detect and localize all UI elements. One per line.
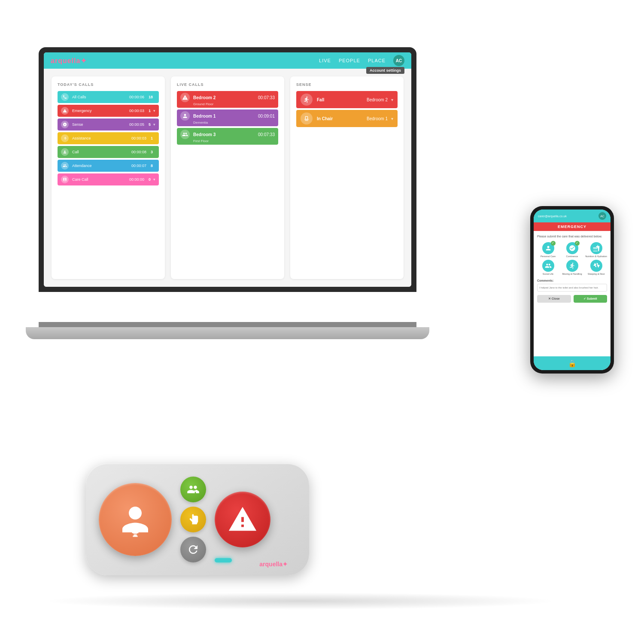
- care-item-social[interactable]: Social Life: [537, 260, 559, 276]
- sense-icon: [61, 121, 69, 128]
- phone-avatar: AC: [598, 212, 606, 220]
- live-call-bedroom2[interactable]: Bedroom 2 00:07:33 Ground Floor: [177, 91, 278, 108]
- device-logo-text: arquella: [259, 561, 283, 568]
- emergency-chevron: ▾: [153, 109, 155, 113]
- attendance-time: 00:00:07: [131, 164, 146, 168]
- phone-comments-label: Comments:: [537, 279, 607, 282]
- fall-label: Fall: [317, 97, 367, 102]
- personal-care-icon: [542, 242, 554, 254]
- inchair-label: In Chair: [317, 116, 367, 121]
- phone-care-grid: Personal Care Continence Nutrition & Hyd…: [537, 242, 607, 276]
- assistance-icon: [61, 134, 69, 142]
- mobile-phone: carer@arquella.co.uk AC EMERGENCY Please…: [530, 206, 614, 374]
- reset-icon: [187, 543, 200, 556]
- sense-chevron: ▾: [153, 122, 155, 127]
- assistance-time: 00:00:03: [131, 136, 146, 140]
- inchair-chevron: ▾: [391, 116, 393, 121]
- sense-label: Sense: [72, 122, 129, 127]
- live-call-time-2: 00:09:01: [258, 114, 275, 118]
- device-hand-button[interactable]: [180, 507, 206, 532]
- device-emergency-button[interactable]: [215, 492, 270, 547]
- account-settings-tooltip: Account settings: [366, 67, 404, 74]
- moving-label: Moving & Handling: [562, 273, 582, 276]
- live-call-bedroom1[interactable]: Bedroom 1 00:09:01 Dementia: [177, 109, 278, 126]
- nav-live[interactable]: LIVE: [319, 58, 331, 63]
- call-row-all[interactable]: All Calls 00:00:06 18: [58, 91, 159, 103]
- laptop-device: arquella✦ LIVE PEOPLE PLACE AC Account s…: [26, 47, 429, 339]
- device-check-button[interactable]: [180, 477, 206, 502]
- fall-location: Bedroom 2: [367, 97, 388, 102]
- phone-email: carer@arquella.co.uk: [538, 215, 567, 218]
- user-avatar[interactable]: AC Account settings: [393, 55, 404, 66]
- social-icon: [542, 260, 554, 272]
- call-row-sense[interactable]: Sense 00:00:05 5 ▾: [58, 118, 159, 131]
- care-item-personal[interactable]: Personal Care: [537, 242, 559, 258]
- sense-card-title: SENSE: [296, 82, 398, 87]
- attendance-label: Attendance: [72, 164, 131, 168]
- laptop-base: [26, 327, 429, 339]
- app-logo: arquella✦: [51, 57, 87, 65]
- call-row-call[interactable]: Call 00:00:08 3: [58, 146, 159, 158]
- laptop-hinge: [39, 322, 416, 327]
- personal-care-label: Personal Care: [541, 255, 556, 258]
- sense-count: 5: [149, 122, 151, 127]
- live-call-bedroom3[interactable]: Bedroom 3 00:07:33 First Floor: [177, 128, 278, 145]
- moving-icon: [566, 260, 578, 272]
- nav-place[interactable]: PLACE: [368, 58, 386, 63]
- svg-rect-2: [133, 536, 137, 537]
- assistance-label: Assistance: [72, 136, 131, 140]
- live-call-sublocation-3: First Floor: [193, 139, 275, 143]
- device-reset-button[interactable]: [180, 537, 206, 562]
- call-row-assistance[interactable]: Assistance 00:00:03 1: [58, 132, 159, 144]
- continence-label: Continence: [566, 255, 578, 258]
- call-row-attendance[interactable]: Attendance 00:00:07 8: [58, 160, 159, 172]
- assistance-count: 1: [151, 136, 153, 140]
- live-call-location-1: Bedroom 2: [193, 95, 258, 100]
- call-device: arquella✦: [86, 464, 309, 575]
- all-calls-count: 18: [149, 95, 153, 99]
- device-body: [86, 464, 309, 575]
- laptop-screen: arquella✦ LIVE PEOPLE PLACE AC Account s…: [44, 52, 411, 287]
- nutrition-label: Nutrition & Hydration: [585, 255, 607, 258]
- phone-submit-button[interactable]: ✓ Submit: [574, 295, 608, 303]
- live-call-sublocation-2: Dementia: [193, 121, 275, 125]
- live-call-time-1: 00:07:33: [258, 95, 275, 100]
- logo-accent: ✦: [81, 57, 87, 64]
- sense-card: SENSE Fall Bedroom 2 ▾: [290, 76, 404, 279]
- todays-calls-card: TODAY'S CALLS All Calls 00:00:06 18: [52, 76, 165, 279]
- phone-submit-instruction: Please submit the care that was delivere…: [537, 234, 607, 239]
- call-row-care[interactable]: Care Call 00:00:00 0 ▾: [58, 173, 159, 185]
- attendance-icon: [61, 162, 69, 170]
- live-call-icon-3: [180, 130, 190, 139]
- care-item-nutrition[interactable]: Nutrition & Hydration: [585, 242, 607, 258]
- device-carer-button[interactable]: [99, 483, 172, 556]
- sleeping-icon: [590, 260, 602, 272]
- phone-close-button[interactable]: ✕ Close: [537, 295, 571, 303]
- all-calls-icon: [61, 93, 69, 101]
- care-call-label: Care Call: [72, 177, 129, 182]
- nav-people[interactable]: PEOPLE: [339, 58, 360, 63]
- care-item-sleeping[interactable]: Sleeping & Rest: [585, 260, 607, 276]
- todays-calls-title: TODAY'S CALLS: [58, 82, 159, 87]
- app-header: arquella✦ LIVE PEOPLE PLACE AC Account s…: [44, 52, 411, 69]
- continence-icon: [566, 242, 578, 254]
- all-calls-time: 00:00:06: [129, 95, 144, 99]
- app-body: TODAY'S CALLS All Calls 00:00:06 18: [44, 69, 411, 287]
- all-calls-label: All Calls: [72, 95, 129, 99]
- sense-row-inchair[interactable]: In Chair Bedroom 1 ▾: [296, 110, 398, 127]
- device-indicator-light: [215, 558, 232, 562]
- attendance-count: 8: [151, 164, 153, 168]
- phone-avatar-initials: AC: [600, 215, 605, 218]
- care-item-moving[interactable]: Moving & Handling: [561, 260, 583, 276]
- phone-footer-icon: 🔒: [568, 359, 577, 368]
- live-call-time-3: 00:07:33: [258, 132, 275, 137]
- care-item-continence[interactable]: Continence: [561, 242, 583, 258]
- call-row-emergency[interactable]: Emergency 00:00:03 1 ▾: [58, 105, 159, 117]
- live-calls-title: LIVE CALLS: [177, 82, 278, 87]
- logo-text: arquella: [51, 57, 80, 64]
- sense-row-fall[interactable]: Fall Bedroom 2 ▾: [296, 91, 398, 108]
- live-call-icon-1: [180, 93, 190, 102]
- care-call-count: 0: [149, 177, 151, 182]
- live-calls-card: LIVE CALLS Bedroom 2 00:07:33 Ground Flo…: [171, 76, 284, 279]
- sleeping-label: Sleeping & Rest: [588, 273, 605, 276]
